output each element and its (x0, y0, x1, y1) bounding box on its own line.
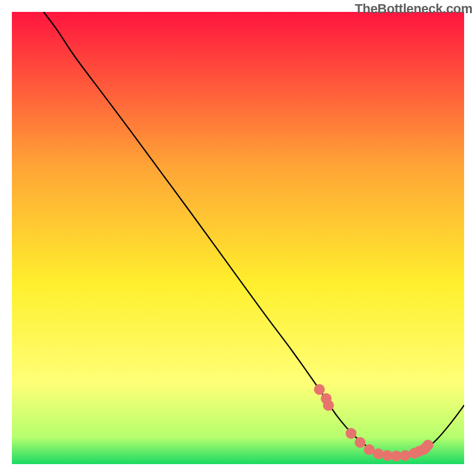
overlay-dot (400, 450, 411, 461)
chart-container: TheBottleneck.com (0, 0, 476, 476)
gradient-background (12, 12, 464, 464)
overlay-dot (321, 393, 331, 404)
overlay-dot (422, 440, 433, 450)
overlay-dot (346, 428, 356, 439)
plot-area (12, 12, 464, 464)
overlay-dot (372, 448, 383, 459)
overlay-dot (355, 437, 365, 447)
watermark-text: TheBottleneck.com (355, 1, 472, 17)
overlay-dot (314, 384, 325, 394)
chart-svg (12, 12, 464, 464)
